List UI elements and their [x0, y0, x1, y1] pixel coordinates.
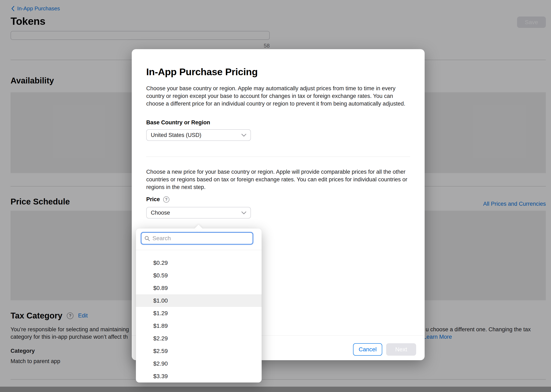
help-icon[interactable]: ?	[163, 196, 169, 203]
price-intro-text: Choose a new price for your base country…	[146, 168, 412, 191]
price-label-row: Price ?	[146, 196, 169, 203]
price-dropdown-popover: $0.29$0.59$0.89$1.00$1.29$1.89$2.29$2.59…	[136, 228, 262, 383]
price-option[interactable]: $3.39	[136, 370, 262, 383]
search-input[interactable]	[152, 233, 250, 244]
price-option[interactable]: $1.00	[136, 294, 262, 307]
price-search-field[interactable]	[141, 232, 253, 245]
price-option[interactable]: $1.89	[136, 320, 262, 332]
cancel-button[interactable]: Cancel	[353, 343, 382, 356]
chevron-down-icon	[241, 134, 246, 137]
popover-divider	[136, 250, 262, 250]
modal-intro-text: Choose your base country or region. Appl…	[146, 85, 412, 108]
price-option-list: $0.29$0.59$0.89$1.00$1.29$1.89$2.29$2.59…	[136, 257, 262, 383]
base-country-select[interactable]: United States (USD)	[146, 129, 251, 141]
chevron-down-icon	[241, 211, 246, 214]
modal-title: In-App Purchase Pricing	[146, 66, 258, 77]
price-option[interactable]: $0.29	[136, 257, 262, 269]
search-icon	[144, 236, 150, 241]
price-label: Price	[146, 196, 160, 203]
price-select-value: Choose	[151, 210, 170, 216]
price-select[interactable]: Choose	[146, 207, 251, 218]
price-option[interactable]: $2.59	[136, 345, 262, 357]
price-option[interactable]: $0.59	[136, 269, 262, 282]
price-option[interactable]: $1.29	[136, 307, 262, 320]
price-option[interactable]: $0.89	[136, 282, 262, 294]
price-option[interactable]: $2.90	[136, 357, 262, 370]
screen: In-App Purchases Tokens Save 58 Availabi…	[0, 0, 551, 392]
price-option[interactable]: $2.29	[136, 332, 262, 345]
base-country-value: United States (USD)	[151, 132, 202, 138]
next-button[interactable]: Next	[386, 343, 416, 356]
base-country-label: Base Country or Region	[146, 119, 210, 126]
